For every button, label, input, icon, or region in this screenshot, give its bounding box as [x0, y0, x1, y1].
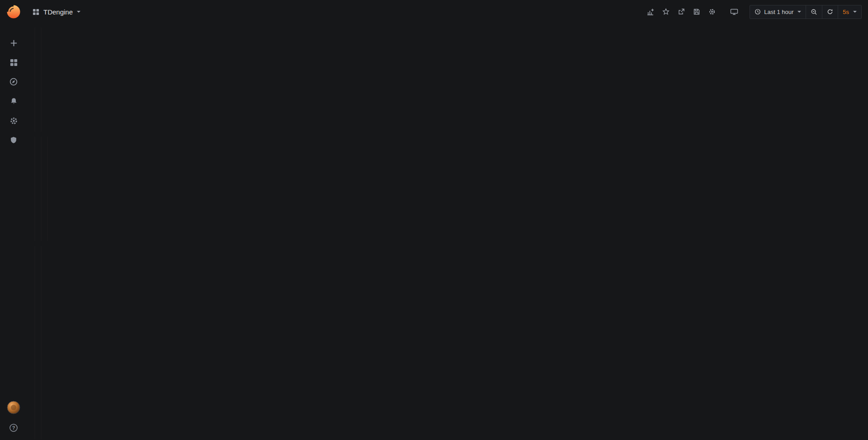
share-button[interactable] [674, 5, 689, 19]
add-panel-button[interactable] [642, 5, 658, 19]
save-button[interactable] [689, 5, 704, 19]
panel-band-speed: band speed 049166554819241 kbps [47, 136, 48, 241]
dashboard-title[interactable]: TDengine [43, 8, 73, 16]
panel-avg-disk-used: avg_disk_used 2019-11-13 09:21:52 10.0.2… [41, 246, 42, 440]
chevron-down-icon [853, 11, 857, 13]
tv-kiosk-button[interactable] [726, 5, 742, 19]
refresh-interval-label: 5s [843, 9, 849, 15]
time-range-picker[interactable]: Last 1 hour [750, 5, 806, 19]
admin-shield-icon[interactable] [5, 133, 22, 147]
chevron-down-icon [77, 11, 80, 13]
navbar: TDengine [27, 0, 868, 23]
panel-system-memory: system memory 043.850 GB [41, 136, 42, 241]
star-button[interactable] [658, 5, 674, 19]
chevron-down-icon [797, 11, 801, 13]
grafana-logo[interactable] [5, 4, 22, 20]
settings-gear-button[interactable] [704, 5, 720, 19]
zoom-out-icon [811, 9, 817, 15]
navbar-right: Last 1 hour 5s [642, 5, 862, 19]
panel-info-icon[interactable] [41, 137, 42, 144]
panel-info-icon[interactable] [47, 137, 48, 144]
dashboard-picker-icon[interactable] [33, 9, 39, 15]
sidebar-menu [5, 36, 22, 147]
panel-cpu-system: cpu_system 08:5008:5509:0009:0509:1009:1… [34, 246, 35, 440]
refresh-button[interactable] [822, 5, 838, 19]
user-avatar[interactable] [5, 401, 22, 414]
navbar-left: TDengine [33, 8, 80, 16]
panel-info-icon[interactable] [35, 28, 35, 34]
sidebar: ? [0, 0, 27, 440]
sidebar-bottom: ? [5, 401, 22, 435]
svg-text:?: ? [12, 425, 15, 431]
help-icon[interactable]: ? [5, 421, 22, 435]
refresh-icon [827, 9, 833, 15]
grafana-app: ? TDengine [0, 0, 868, 256]
refresh-interval-picker[interactable]: 5s [838, 5, 861, 19]
stat-number: 1853 [34, 71, 35, 96]
panel-req-insert: req insert 118 次数/min [41, 27, 42, 132]
alerting-bell-icon[interactable] [5, 94, 22, 108]
time-range-label: Last 1 hour [764, 9, 793, 15]
panel-info-icon[interactable] [41, 28, 42, 34]
stat-number: 118 [41, 71, 42, 96]
create-plus-icon[interactable] [5, 36, 22, 50]
dashboard: req select 1853 次数/min req insert [27, 23, 42, 27]
panel-info-icon[interactable] [35, 137, 35, 144]
panel-taosd-memory: taosd memery 02048409633 MB [34, 136, 35, 241]
dashboards-grid-icon[interactable] [5, 56, 22, 69]
zoom-out-button[interactable] [806, 5, 822, 19]
panel-info-icon[interactable] [41, 246, 42, 253]
panel-req-select: req select 1853 次数/min [34, 27, 35, 132]
configuration-gear-icon[interactable] [5, 114, 22, 127]
time-controls: Last 1 hour 5s [750, 5, 862, 19]
panel-info-icon[interactable] [35, 246, 35, 253]
clock-icon [755, 9, 761, 15]
explore-compass-icon[interactable] [5, 75, 22, 89]
